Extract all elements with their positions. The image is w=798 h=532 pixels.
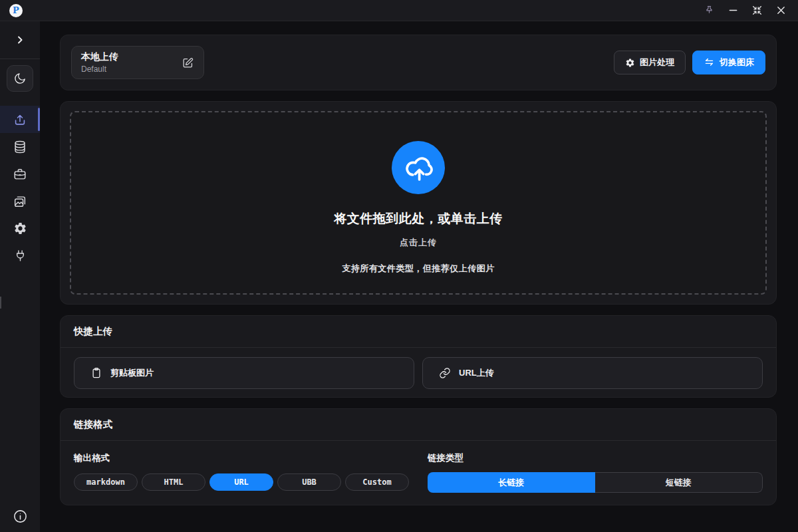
gear-icon <box>13 221 27 235</box>
sidebar-expand-button[interactable] <box>11 31 29 49</box>
quick-upload-card: 快捷上传 剪贴板图片 URL上传 <box>60 315 777 398</box>
link-icon <box>439 367 451 379</box>
moon-icon <box>13 72 27 85</box>
briefcase-icon <box>13 167 27 182</box>
uploader-profile: Default <box>81 65 118 74</box>
sidebar-nav <box>0 106 40 269</box>
sidebar-divider <box>0 59 40 59</box>
sidebar-item-images[interactable] <box>0 188 40 215</box>
clipboard-upload-button[interactable]: 剪贴板图片 <box>74 357 414 389</box>
minimize-icon[interactable] <box>725 3 741 19</box>
sidebar-item-settings[interactable] <box>0 215 40 242</box>
url-upload-label: URL上传 <box>459 367 494 379</box>
quick-upload-title: 快捷上传 <box>61 316 776 347</box>
dropzone-title: 将文件拖到此处，或单击上传 <box>334 210 503 227</box>
cloud-upload-badge <box>392 141 445 194</box>
image-process-label: 图片处理 <box>640 57 674 68</box>
sidebar-item-manage[interactable] <box>0 160 40 188</box>
restore-icon[interactable] <box>749 3 765 19</box>
upload-dropzone[interactable]: 将文件拖到此处，或单击上传 点击上传 支持所有文件类型，但推荐仅上传图片 <box>70 111 767 295</box>
output-format-label: 输出格式 <box>74 452 409 464</box>
clipboard-icon <box>90 367 102 379</box>
current-uploader-card[interactable]: 本地上传 Default <box>71 46 204 79</box>
switch-bed-button[interactable]: 切换图床 <box>692 51 765 74</box>
switch-bed-label: 切换图床 <box>720 57 754 68</box>
link-format-title: 链接格式 <box>61 409 776 440</box>
link-type-label: 链接类型 <box>428 452 763 464</box>
url-upload-button[interactable]: URL上传 <box>422 357 763 389</box>
sidebar-item-plugins[interactable] <box>0 242 40 269</box>
pin-icon[interactable] <box>701 3 717 19</box>
format-option-url[interactable]: URL <box>209 473 273 491</box>
database-icon <box>13 140 27 154</box>
titlebar: P <box>0 0 798 21</box>
sidebar <box>0 21 40 532</box>
uploader-name: 本地上传 <box>81 51 118 63</box>
plug-icon <box>13 249 27 263</box>
upload-icon <box>13 112 27 127</box>
link-type-long[interactable]: 长链接 <box>428 472 595 493</box>
image-process-button[interactable]: 图片处理 <box>614 51 686 74</box>
app-logo-letter: P <box>13 6 19 15</box>
window-controls <box>701 3 789 19</box>
gear-icon <box>625 58 635 68</box>
swap-icon <box>704 57 715 68</box>
format-option-markdown[interactable]: markdown <box>74 473 138 491</box>
upload-card: 将文件拖到此处，或单击上传 点击上传 支持所有文件类型，但推荐仅上传图片 <box>60 101 777 305</box>
about-button[interactable] <box>13 509 28 524</box>
close-icon[interactable] <box>773 3 789 19</box>
window-edge-mark <box>0 297 1 309</box>
info-icon <box>13 509 28 524</box>
format-option-custom[interactable]: Custom <box>345 473 409 491</box>
link-type-segmented: 长链接 短链接 <box>428 472 763 493</box>
sidebar-item-gallery[interactable] <box>0 133 40 160</box>
link-format-card: 链接格式 输出格式 markdown HTML URL UBB Custom 链… <box>60 408 777 505</box>
theme-toggle-button[interactable] <box>7 65 33 92</box>
link-type-group: 链接类型 长链接 短链接 <box>428 450 763 493</box>
uploader-header-card: 本地上传 Default 图片处理 <box>60 35 777 90</box>
app-logo: P <box>9 4 23 17</box>
format-option-ubb[interactable]: UBB <box>277 473 341 491</box>
output-format-group: 输出格式 markdown HTML URL UBB Custom <box>74 450 409 493</box>
dropzone-click-hint: 点击上传 <box>400 237 437 249</box>
cloud-upload-icon <box>401 150 436 185</box>
sidebar-item-upload[interactable] <box>0 106 40 133</box>
clipboard-upload-label: 剪贴板图片 <box>110 367 154 379</box>
header-actions: 图片处理 切换图床 <box>614 51 765 74</box>
dropzone-support-hint: 支持所有文件类型，但推荐仅上传图片 <box>342 263 495 275</box>
main-content: 本地上传 Default 图片处理 <box>40 21 798 532</box>
edit-icon[interactable] <box>182 57 194 69</box>
format-option-html[interactable]: HTML <box>142 473 205 491</box>
link-type-short[interactable]: 短链接 <box>595 472 763 493</box>
images-icon <box>13 194 27 209</box>
